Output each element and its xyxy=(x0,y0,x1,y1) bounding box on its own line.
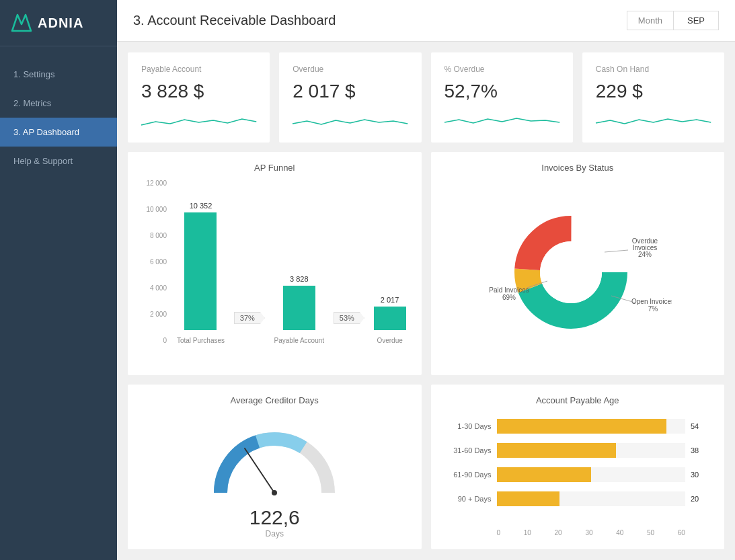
x-tick-60: 60 xyxy=(678,529,685,536)
bar-total-purchases xyxy=(184,212,217,330)
bottom-charts-row: Average Creditor Days xyxy=(128,385,724,549)
bar-col-total-purchases: 10 352 Total Purchases xyxy=(177,179,225,344)
adnia-logo-icon xyxy=(11,12,32,34)
ap-age-chart-area: 1-30 Days 54 31-60 Days 38 xyxy=(442,412,714,536)
bars-group: 10 352 Total Purchases 37% 3 828 xyxy=(172,179,411,344)
sidebar-logo: ADNIA xyxy=(0,0,117,46)
y-axis: 12 000 10 000 8 000 6 000 4 000 2 000 0 xyxy=(139,179,171,344)
page-title: 3. Account Receivable Dashboard xyxy=(133,13,336,28)
sidebar-item-help-support[interactable]: Help & Support xyxy=(0,147,117,175)
month-selector: Month SEP xyxy=(627,11,719,30)
hbar-row-1: 31-60 Days 38 xyxy=(449,443,707,458)
main-content: 3. Account Receivable Dashboard Month SE… xyxy=(117,0,735,560)
bar-chart-inner: 12 000 10 000 8 000 6 000 4 000 2 000 0 … xyxy=(139,179,411,364)
sparkline-pct-overdue xyxy=(444,112,559,132)
label-open-pct: 7% xyxy=(648,305,658,313)
sparkline-cash-on-hand xyxy=(596,112,711,132)
gauge-area: 122,6 Days xyxy=(139,412,411,538)
bar-val-total-purchases: 10 352 xyxy=(190,202,212,210)
kpi-label-pct-overdue: % Overdue xyxy=(444,65,559,74)
avg-creditor-card: Average Creditor Days xyxy=(128,385,422,549)
invoices-by-status-title: Invoices By Status xyxy=(442,163,714,173)
kpi-card-pct-overdue: % Overdue 52,7% xyxy=(431,52,573,143)
label-open-invoices: Open Invoices xyxy=(631,298,672,305)
invoices-by-status-card: Invoices By Status xyxy=(431,152,725,375)
hbar-fill-3 xyxy=(497,491,559,506)
kpi-card-payable-account: Payable Account 3 828 $ xyxy=(128,52,270,143)
arrow-label-37: 37% xyxy=(234,312,265,324)
x-tick-30: 30 xyxy=(585,529,592,536)
kpi-card-cash-on-hand: Cash On Hand 229 $ xyxy=(582,52,724,143)
sidebar: ADNIA 1. Settings 2. Metrics 3. AP Dashb… xyxy=(0,0,117,560)
gauge-value: 122,6 xyxy=(249,506,300,529)
hbar-fill-2 xyxy=(497,467,591,482)
hbar-row-0: 1-30 Days 54 xyxy=(449,419,707,434)
hbar-label-0: 1-30 Days xyxy=(449,422,492,430)
month-label: Month xyxy=(627,11,673,30)
y-label-4000: 4 000 xyxy=(150,284,167,292)
donut-area: Paid Invoices 69% Overdue Invoices 24% O… xyxy=(442,179,714,364)
label-paid-invoices: Paid Invoices xyxy=(489,286,529,294)
ap-age-card: Account Payable Age 1-30 Days 54 31-60 D… xyxy=(431,385,725,549)
x-tick-40: 40 xyxy=(616,529,623,536)
kpi-label-payable-account: Payable Account xyxy=(141,65,256,74)
label-paid-pct: 69% xyxy=(502,294,516,301)
ap-funnel-chart: 12 000 10 000 8 000 6 000 4 000 2 000 0 … xyxy=(139,179,411,364)
bar-xlabel-total-purchases: Total Purchases xyxy=(177,337,225,344)
x-tick-0: 0 xyxy=(497,529,501,536)
y-label-0: 0 xyxy=(163,337,167,344)
kpi-value-cash-on-hand: 229 $ xyxy=(596,81,711,102)
bar-overdue xyxy=(374,307,406,330)
sidebar-item-settings[interactable]: 1. Settings xyxy=(0,60,117,89)
hbar-track-2 xyxy=(497,467,686,482)
hbar-track-3 xyxy=(497,491,686,506)
hbar-label-2: 61-90 Days xyxy=(449,471,492,479)
kpi-value-pct-overdue: 52,7% xyxy=(444,81,559,102)
sidebar-nav: 1. Settings 2. Metrics 3. AP Dashboard H… xyxy=(0,46,117,560)
y-label-8000: 8 000 xyxy=(150,232,167,239)
svg-marker-0 xyxy=(12,15,31,31)
hbar-row-3: 90 + Days 20 xyxy=(449,491,707,506)
kpi-value-overdue: 2 017 $ xyxy=(293,81,408,102)
arrow-53: 53% xyxy=(334,179,364,344)
dashboard: Payable Account 3 828 $ Overdue 2 017 $ … xyxy=(117,42,735,560)
y-label-2000: 2 000 xyxy=(150,311,167,318)
hbar-x-axis: 0 10 20 30 40 50 60 xyxy=(497,529,707,536)
sidebar-item-metrics[interactable]: 2. Metrics xyxy=(0,89,117,118)
gauge-chart xyxy=(194,419,355,506)
bar-payable-account xyxy=(283,286,315,330)
x-tick-20: 20 xyxy=(555,529,562,536)
hbar-track-1 xyxy=(497,443,686,458)
hbar-num-0: 54 xyxy=(691,422,707,430)
donut-chart: Paid Invoices 69% Overdue Invoices 24% O… xyxy=(483,202,672,343)
middle-charts-row: AP Funnel 12 000 10 000 8 000 6 000 4 00… xyxy=(128,152,724,375)
bar-xlabel-overdue: Overdue xyxy=(377,337,402,344)
hbar-label-3: 90 + Days xyxy=(449,495,492,503)
hbar-fill-1 xyxy=(497,443,617,458)
logo-text: ADNIA xyxy=(38,15,83,31)
ap-funnel-title: AP Funnel xyxy=(139,163,411,173)
y-label-6000: 6 000 xyxy=(150,258,167,266)
hbar-track-0 xyxy=(497,419,686,434)
ap-funnel-card: AP Funnel 12 000 10 000 8 000 6 000 4 00… xyxy=(128,152,422,375)
hbar-num-3: 20 xyxy=(691,495,707,503)
kpi-label-overdue: Overdue xyxy=(293,65,408,74)
label-overdue-pct: 24% xyxy=(638,251,652,258)
month-value[interactable]: SEP xyxy=(673,11,719,30)
leader-overdue xyxy=(605,250,628,252)
arrow-label-53: 53% xyxy=(334,312,364,324)
avg-creditor-title: Average Creditor Days xyxy=(139,395,411,405)
gauge-pivot xyxy=(272,490,277,495)
hbar-num-2: 30 xyxy=(691,471,707,479)
arrow-37: 37% xyxy=(234,179,265,344)
bar-val-payable-account: 3 828 xyxy=(290,275,309,283)
kpi-row: Payable Account 3 828 $ Overdue 2 017 $ … xyxy=(128,52,724,143)
bar-val-overdue: 2 017 xyxy=(381,296,399,304)
gauge-unit: Days xyxy=(266,529,284,538)
bar-col-payable-account: 3 828 Payable Account xyxy=(274,179,325,344)
bar-xlabel-payable-account: Payable Account xyxy=(274,337,325,344)
sidebar-item-ap-dashboard[interactable]: 3. AP Dashboard xyxy=(0,118,117,147)
kpi-label-cash-on-hand: Cash On Hand xyxy=(596,65,711,74)
donut-center xyxy=(540,241,602,303)
hbar-label-1: 31-60 Days xyxy=(449,446,492,454)
